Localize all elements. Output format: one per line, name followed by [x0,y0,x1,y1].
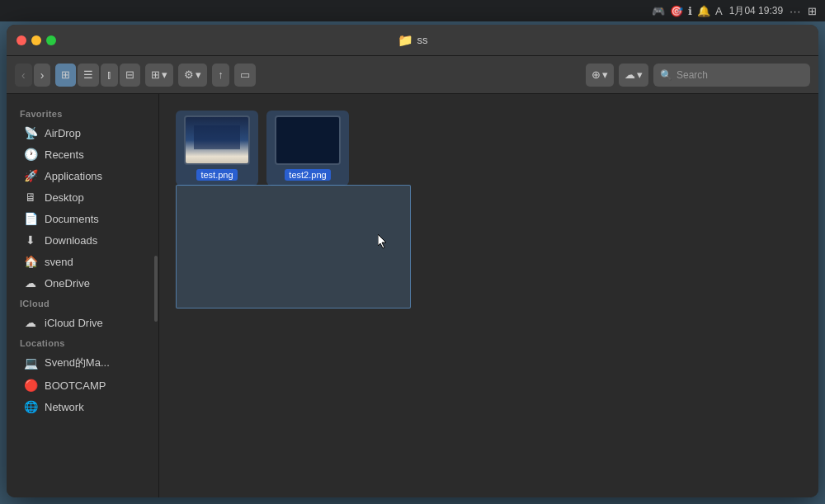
sidebar-item-svend[interactable]: 🏠 svend [10,251,155,272]
sort-icon: ⊞ [151,68,160,81]
location-action-button[interactable]: ⊕ ▾ [586,64,614,87]
applications-icon: 🚀 [23,169,38,182]
close-button[interactable] [16,35,26,45]
sidebar-item-documents-label: Documents [45,213,99,225]
menubar-time: 1月04 19:39 [729,4,783,18]
sidebar-item-recents[interactable]: 🕐 Recents [10,144,155,165]
sidebar-item-airdrop-label: AirDrop [45,127,81,139]
location-chevron: ▾ [602,68,608,81]
view-group: ⊞ ☰ ⫿ ⊟ [55,64,140,87]
sidebar-item-applications-label: Applications [45,170,102,182]
thumb-test2-image [276,117,339,163]
bootcamp-icon: 🔴 [23,379,38,392]
recents-icon: 🕐 [23,148,38,161]
icloud-section-label: iCloud [7,294,158,312]
sidebar-item-documents[interactable]: 📄 Documents [10,208,155,229]
menubar-icon-5: A [715,5,723,17]
sidebar-item-bootcamp-label: BOOTCAMP [45,379,106,392]
desktop-icon: 🖥 [23,191,38,204]
favorites-section-label: Favorites [7,104,158,122]
sidebar-item-airdrop[interactable]: 📡 AirDrop [10,122,155,144]
file-thumbnail-test2 [275,115,341,165]
search-box[interactable]: 🔍 [653,64,810,87]
icon-view-button[interactable]: ⊞ [55,64,76,87]
cloud-button[interactable]: ☁ ▾ [619,64,648,87]
menubar-grid-icon[interactable]: ⊞ [808,5,817,17]
menubar-icon-3: ℹ [688,5,692,17]
sidebar-item-desktop-label: Desktop [45,191,84,204]
cloud-icon: ☁ [625,68,635,81]
menubar-icon-1: 🎮 [652,5,665,17]
home-icon: 🏠 [23,255,38,268]
minimize-button[interactable] [31,35,41,45]
menubar-status-icons: 🎮 🎯 ℹ 🔔 A [652,5,723,17]
location-icon: ⊕ [592,68,601,81]
file-item-test2[interactable]: test2.png [266,111,349,186]
icloud-drive-icon: ☁ [23,316,38,329]
file-item-test1[interactable]: test.png [176,111,258,186]
menubar-icon-2: 🎯 [670,5,683,17]
downloads-icon: ⬇ [23,233,38,247]
window-title: 📁 ss [398,33,428,48]
sort-chevron: ▾ [162,68,167,81]
menubar-overflow[interactable]: ··· [790,5,801,17]
documents-icon: 📄 [23,212,38,225]
action-button[interactable]: ⚙ ▾ [178,64,207,87]
nav-group: ‹ › [15,64,50,87]
titlebar: 📁 ss [7,25,818,56]
svg-marker-0 [378,234,386,248]
tags-button[interactable]: ▭ [234,64,256,87]
menubar-icon-4: 🔔 [697,5,710,17]
traffic-lights [16,35,56,45]
sidebar-item-downloads[interactable]: ⬇ Downloads [10,229,155,251]
sidebar-item-network[interactable]: 🌐 Network [10,396,155,417]
file-name-test1: test.png [196,169,237,181]
sidebar-item-recents-label: Recents [45,148,84,161]
sidebar-item-downloads-label: Downloads [45,234,97,247]
menubar: 🎮 🎯 ℹ 🔔 A 1月04 19:39 ··· ⊞ [0,0,825,21]
search-input[interactable] [676,69,804,81]
list-view-button[interactable]: ☰ [78,64,99,87]
file-grid: test.png test2.png [172,106,806,190]
forward-button[interactable]: › [34,64,51,87]
mac-icon: 💻 [23,356,38,370]
cursor [378,234,388,252]
sidebar-wrapper: Favorites 📡 AirDrop 🕐 Recents 🚀 Applicat… [7,94,159,497]
sidebar-item-network-label: Network [45,401,84,413]
sidebar-item-onedrive-label: OneDrive [45,277,90,290]
file-name-test2: test2.png [285,169,330,181]
airdrop-icon: 📡 [23,126,38,139]
back-button[interactable]: ‹ [15,64,32,87]
gallery-view-button[interactable]: ⊟ [120,64,140,87]
window-title-text: ss [417,34,428,46]
file-area[interactable]: test.png test2.png [159,94,818,497]
column-view-button[interactable]: ⫿ [101,64,118,87]
sort-button[interactable]: ⊞ ▾ [145,64,173,87]
sidebar-item-svend-label: svend [45,256,73,268]
folder-icon: 📁 [398,33,413,48]
cloud-chevron: ▾ [637,68,643,81]
sidebar-scroll-indicator [154,256,158,322]
thumb-test1-image [186,117,248,163]
sidebar-item-desktop[interactable]: 🖥 Desktop [10,186,155,208]
file-thumbnail-test1 [184,115,250,165]
gear-icon: ⚙ [184,68,194,81]
content-area: Favorites 📡 AirDrop 🕐 Recents 🚀 Applicat… [7,94,818,497]
sidebar-item-applications[interactable]: 🚀 Applications [10,165,155,186]
locations-section-label: Locations [7,333,158,351]
finder-window: 📁 ss ‹ › ⊞ ☰ ⫿ ⊟ ⊞ ▾ ⚙ ▾ ↑ ▭ ⊕ ▾ [7,25,818,497]
sidebar: Favorites 📡 AirDrop 🕐 Recents 🚀 Applicat… [7,94,159,497]
sidebar-item-icloud-drive-label: iCloud Drive [45,317,103,329]
onedrive-icon: ☁ [23,276,38,290]
toolbar: ‹ › ⊞ ☰ ⫿ ⊟ ⊞ ▾ ⚙ ▾ ↑ ▭ ⊕ ▾ ☁ ▾ 🔍 [7,56,818,94]
selection-rectangle [176,185,411,309]
sidebar-item-bootcamp[interactable]: 🔴 BOOTCAMP [10,374,155,396]
maximize-button[interactable] [46,35,56,45]
sidebar-item-icloud-drive[interactable]: ☁ iCloud Drive [10,312,155,333]
share-button[interactable]: ↑ [212,64,229,87]
sidebar-item-svend-mac[interactable]: 💻 Svend的Ma... [10,351,155,374]
sidebar-item-onedrive[interactable]: ☁ OneDrive [10,272,155,294]
action-chevron: ▾ [196,68,201,81]
search-icon: 🔍 [660,69,672,81]
network-icon: 🌐 [23,400,38,413]
